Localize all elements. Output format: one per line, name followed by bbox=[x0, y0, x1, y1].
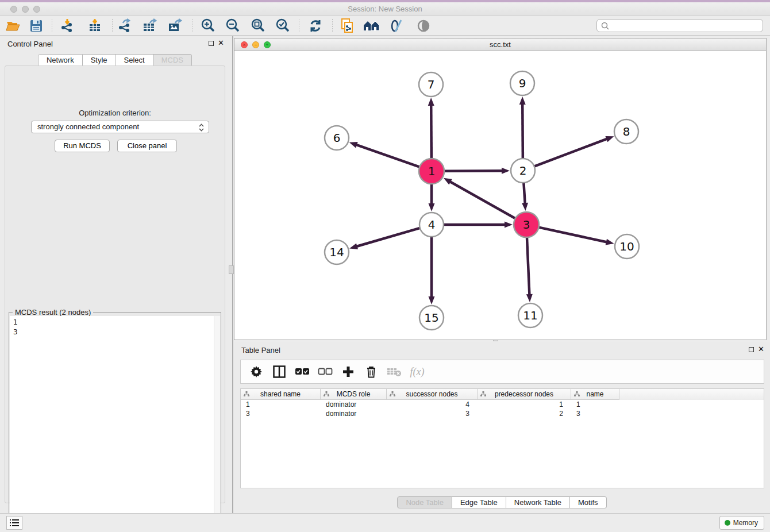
run-mcds-button[interactable]: Run MCDS bbox=[55, 140, 110, 152]
import-table-icon[interactable] bbox=[85, 18, 105, 34]
table-cell: 2 bbox=[478, 409, 571, 418]
table-row[interactable]: 1dominator411 bbox=[241, 400, 764, 409]
save-session-icon[interactable] bbox=[26, 18, 46, 34]
edge-3-11[interactable] bbox=[527, 237, 530, 296]
criterion-dropdown[interactable]: strongly connected component bbox=[31, 121, 209, 133]
node-label-10: 10 bbox=[619, 240, 634, 253]
edge-3-1[interactable] bbox=[449, 181, 515, 219]
deselect-all-columns-icon[interactable] bbox=[318, 364, 333, 379]
tree-icon bbox=[480, 391, 486, 397]
edge-arrowhead bbox=[429, 296, 435, 304]
edge-arrowhead bbox=[519, 97, 526, 105]
table-settings-icon[interactable] bbox=[249, 364, 264, 379]
app-titlebar[interactable]: Session: New Session bbox=[0, 2, 770, 16]
tab-network-table[interactable]: Network Table bbox=[506, 496, 570, 508]
apply-function-icon[interactable]: f(x) bbox=[410, 364, 425, 379]
select-all-columns-icon[interactable] bbox=[295, 364, 310, 379]
memory-button[interactable]: Memory bbox=[719, 516, 764, 530]
hide-graphics-details-icon[interactable] bbox=[387, 18, 407, 34]
search-field[interactable] bbox=[596, 19, 763, 32]
add-row-icon[interactable] bbox=[341, 364, 356, 379]
split-view-icon[interactable] bbox=[272, 364, 287, 379]
tree-icon bbox=[244, 391, 249, 397]
mcds-result-text[interactable]: 1 3 bbox=[10, 316, 220, 530]
home-icon[interactable] bbox=[362, 18, 382, 34]
node-table[interactable]: shared nameMCDS rolesuccessor nodesprede… bbox=[240, 388, 764, 488]
edge-arrowhead bbox=[526, 294, 533, 302]
node-label-8: 8 bbox=[623, 125, 630, 138]
new-network-from-selection-icon[interactable] bbox=[338, 18, 357, 34]
open-session-icon[interactable] bbox=[3, 18, 23, 34]
column-header-MCDS-role[interactable]: MCDS role bbox=[321, 389, 387, 400]
network-view-window: × − + scc.txt 7968124314101511 bbox=[234, 38, 767, 340]
vertical-splitter-grip[interactable] bbox=[229, 265, 234, 274]
status-bar: Memory bbox=[0, 513, 770, 532]
zoom-fit-icon[interactable] bbox=[248, 18, 268, 34]
edge-2-9[interactable] bbox=[522, 102, 523, 159]
table-cell: 1 bbox=[241, 400, 321, 409]
export-network-icon[interactable] bbox=[115, 18, 134, 34]
zoom-out-icon[interactable] bbox=[223, 18, 242, 34]
table-cell: 3 bbox=[241, 409, 321, 418]
edge-1-2[interactable] bbox=[444, 171, 504, 171]
tab-style[interactable]: Style bbox=[83, 54, 116, 66]
control-panel: Control Panel ✕ NetworkStyleSelectMCDS O… bbox=[0, 36, 233, 513]
edge-1-6[interactable] bbox=[355, 144, 419, 167]
column-header-name[interactable]: name bbox=[571, 389, 619, 400]
zoom-selected-icon[interactable] bbox=[273, 18, 292, 34]
dropdown-stepper-icon bbox=[198, 122, 205, 133]
delete-row-icon[interactable] bbox=[364, 364, 379, 379]
node-label-1: 1 bbox=[428, 164, 436, 178]
table-float-panel-icon[interactable] bbox=[749, 347, 754, 352]
mcds-result-title: MCDS result (2 nodes) bbox=[13, 308, 93, 317]
column-header-successor-nodes[interactable]: successor nodes bbox=[387, 389, 478, 400]
search-input[interactable] bbox=[610, 22, 753, 30]
edge-arrowhead bbox=[349, 243, 358, 249]
edge-2-8[interactable] bbox=[534, 138, 609, 167]
zoom-in-icon[interactable] bbox=[198, 18, 218, 34]
column-header-predecessor-nodes[interactable]: predecessor nodes bbox=[478, 389, 571, 400]
node-table-header: shared nameMCDS rolesuccessor nodesprede… bbox=[241, 389, 764, 400]
column-header-shared-name[interactable]: shared name bbox=[241, 389, 321, 400]
network-graph[interactable]: 7968124314101511 bbox=[234, 51, 766, 340]
table-cell: 1 bbox=[571, 400, 619, 409]
toggle-bird-view-icon[interactable] bbox=[414, 18, 433, 34]
control-panel-title: Control Panel bbox=[7, 40, 53, 48]
import-network-icon[interactable] bbox=[57, 18, 77, 34]
edge-1-7[interactable] bbox=[431, 103, 432, 159]
export-table-icon[interactable] bbox=[140, 18, 160, 34]
edge-4-14[interactable] bbox=[355, 228, 420, 247]
table-row[interactable]: 3dominator323 bbox=[241, 409, 764, 418]
close-panel-button[interactable]: Close panel bbox=[117, 140, 177, 152]
vertical-splitter[interactable] bbox=[232, 36, 233, 513]
node-label-15: 15 bbox=[424, 311, 438, 325]
float-panel-icon[interactable] bbox=[209, 41, 214, 46]
main-toolbar bbox=[0, 16, 770, 36]
delete-table-icon[interactable] bbox=[387, 364, 402, 379]
edge-3-10[interactable] bbox=[538, 228, 608, 242]
tab-network[interactable]: Network bbox=[38, 54, 83, 66]
task-history-button[interactable] bbox=[6, 516, 22, 530]
table-cell: 4 bbox=[387, 400, 478, 409]
tab-motifs[interactable]: Motifs bbox=[570, 496, 607, 508]
tab-mcds[interactable]: MCDS bbox=[153, 54, 192, 66]
tab-select[interactable]: Select bbox=[116, 54, 153, 66]
export-image-icon[interactable] bbox=[165, 18, 185, 34]
table-close-panel-icon[interactable]: ✕ bbox=[758, 345, 764, 353]
tab-node-table[interactable]: Node Table bbox=[397, 496, 452, 508]
node-label-2: 2 bbox=[519, 164, 527, 178]
edge-arrowhead bbox=[505, 222, 513, 228]
memory-label: Memory bbox=[733, 519, 758, 527]
refresh-icon[interactable] bbox=[306, 18, 325, 34]
edge-2-3[interactable] bbox=[523, 183, 525, 205]
tab-edge-table[interactable]: Edge Table bbox=[452, 496, 506, 508]
optimization-criterion-label: Optimization criterion: bbox=[5, 109, 225, 117]
edge-arrowhead bbox=[429, 203, 435, 211]
mcds-scrollbar[interactable] bbox=[214, 316, 220, 530]
network-canvas[interactable]: 7968124314101511 bbox=[234, 51, 766, 340]
table-panel: Table Panel ✕ f(x) shared nameMCDS roles… bbox=[234, 342, 770, 510]
node-label-9: 9 bbox=[519, 76, 526, 90]
search-icon bbox=[600, 21, 610, 30]
close-panel-icon[interactable]: ✕ bbox=[218, 38, 224, 47]
network-window-titlebar[interactable]: × − + scc.txt bbox=[234, 38, 766, 51]
